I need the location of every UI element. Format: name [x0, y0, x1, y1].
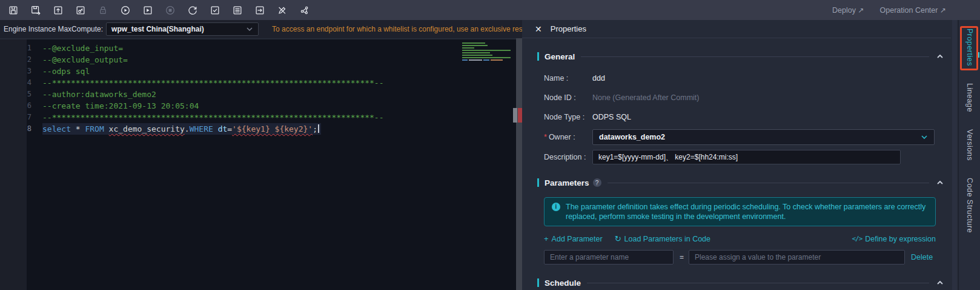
line-number: 4 — [0, 77, 35, 89]
side-tab-properties[interactable]: Properties — [965, 29, 974, 66]
minimap-line — [462, 45, 488, 46]
external-link-icon: ↗ — [858, 6, 864, 15]
operation-center-button[interactable]: Operation Center ↗ — [880, 6, 946, 15]
delete-parameter-button[interactable]: Delete — [911, 253, 933, 261]
minimap-line — [462, 50, 511, 51]
format-icon[interactable] — [232, 5, 243, 16]
section-divider-line — [608, 183, 929, 183]
line-number: 8 — [0, 123, 35, 135]
section-divider-line — [587, 283, 929, 283]
scrollbar-handle[interactable] — [513, 108, 517, 123]
node-id-value: None (Generated After Commit) — [592, 93, 699, 102]
stop-icon — [165, 5, 176, 16]
goto-icon[interactable] — [254, 5, 265, 16]
section-title: General — [545, 52, 575, 61]
field-row-node-type: Node Type : ODPS SQL — [544, 110, 945, 124]
section-accent-bar — [537, 178, 539, 187]
code-line: --author:dataworks_demo2 — [42, 89, 459, 100]
code-editor[interactable]: 12345678 --@exclude_input=--@exclude_out… — [0, 38, 516, 290]
editor-code[interactable]: --@exclude_input=--@exclude_output=--odp… — [42, 42, 459, 135]
load-parameters-button[interactable]: ↻Load Parameters in Code — [615, 234, 710, 243]
save-commit-icon[interactable] — [30, 5, 41, 16]
steal-lock-icon[interactable] — [75, 5, 86, 16]
name-label: Name : — [544, 74, 592, 83]
line-number: 7 — [0, 112, 35, 123]
description-label: Description : — [544, 153, 592, 161]
description-input[interactable] — [592, 150, 901, 164]
info-icon: i — [552, 203, 560, 211]
required-asterisk: * — [544, 133, 547, 141]
deploy-button[interactable]: Deploy ↗ — [832, 6, 864, 15]
save-icon[interactable] — [8, 5, 19, 16]
name-value: ddd — [592, 74, 605, 83]
collapse-icon[interactable] — [936, 54, 944, 59]
code-line: --odps sql — [42, 66, 459, 77]
section-header-parameters[interactable]: Parameters ? — [537, 177, 945, 189]
parameters-info-banner: i The parameter definition takes effect … — [544, 197, 936, 226]
dataworks-ide: Deploy ↗ Operation Center ↗ Engine Insta… — [0, 0, 980, 290]
side-tab-code-structure[interactable]: Code Structure — [965, 178, 974, 233]
plus-icon: + — [544, 234, 549, 243]
text-cursor — [318, 124, 319, 133]
side-tab-versions[interactable]: Versions — [965, 129, 974, 161]
editor-minimap[interactable] — [462, 41, 514, 84]
field-row-description: Description : — [544, 150, 945, 164]
submit-icon[interactable] — [53, 5, 64, 16]
engine-instance-select[interactable]: wpw_test China(Shanghai) — [106, 22, 259, 36]
general-form: Name : ddd Node ID : None (Generated Aft… — [544, 71, 945, 164]
code-line: --**************************************… — [42, 112, 459, 123]
section-accent-bar — [537, 52, 539, 61]
code-line: select * FROM xc_demo_security.WHERE dt=… — [42, 123, 321, 135]
panel-title: Properties — [551, 24, 586, 33]
engine-instance-value: wpw_test China(Shanghai) — [111, 25, 204, 33]
section-divider-line — [581, 56, 929, 57]
collapse-icon[interactable] — [936, 180, 944, 185]
side-tab-lineage[interactable]: Lineage — [965, 83, 974, 112]
minimap-line — [491, 59, 503, 61]
code-icon: </> — [852, 235, 862, 243]
edit-off-icon[interactable] — [277, 5, 288, 16]
scrollbar-track — [952, 20, 957, 290]
parameter-name-input[interactable] — [544, 250, 674, 265]
flow-icon[interactable] — [299, 5, 310, 16]
deploy-label: Deploy — [832, 6, 856, 15]
line-number: 1 — [0, 42, 35, 54]
help-icon[interactable]: ? — [593, 178, 601, 187]
line-number: 3 — [0, 66, 35, 77]
owner-value: dataworks_demo2 — [599, 133, 665, 141]
parameters-info-text: The parameter definition takes effect du… — [566, 202, 928, 221]
parameter-value-input[interactable] — [689, 250, 905, 265]
advanced-run-icon[interactable] — [142, 5, 153, 16]
code-line: --**************************************… — [42, 77, 459, 89]
collapse-icon[interactable] — [936, 280, 944, 285]
panel-scrollbar[interactable] — [951, 20, 958, 290]
minimap-line — [462, 47, 474, 49]
minimap-line — [462, 52, 490, 53]
section-header-general[interactable]: General — [537, 50, 945, 62]
node-id-label: Node ID : — [544, 93, 592, 102]
add-parameter-button[interactable]: +Add Parameter — [544, 234, 603, 243]
minimap-line — [469, 59, 482, 61]
define-by-expression-button[interactable]: </>Define by expression — [852, 235, 936, 243]
editor-gutter: 12345678 — [0, 42, 35, 135]
syntax-check-icon[interactable] — [210, 5, 220, 16]
engine-instance-label: Engine Instance MaxCompute: — [0, 25, 103, 33]
reload-icon: ↻ — [615, 234, 621, 243]
field-row-node-id: Node ID : None (Generated After Commit) — [544, 90, 945, 105]
section-header-schedule[interactable]: Schedule — [537, 277, 945, 289]
reload-icon[interactable] — [187, 5, 198, 16]
properties-panel: ✕ Properties General Name : ddd Node ID … — [522, 20, 951, 290]
minimap-line — [483, 59, 489, 61]
owner-select[interactable]: dataworks_demo2 — [592, 129, 935, 145]
minimap-line — [462, 57, 511, 58]
panel-divider[interactable] — [516, 38, 522, 290]
engine-bar: Engine Instance MaxCompute: wpw_test Chi… — [0, 20, 522, 38]
chevron-down-icon — [921, 135, 928, 140]
close-icon[interactable]: ✕ — [535, 25, 542, 33]
toolbar: Deploy ↗ Operation Center ↗ — [0, 0, 980, 20]
toolbar-icons — [0, 5, 310, 16]
section-title: Parameters — [545, 178, 589, 187]
operation-center-label: Operation Center — [880, 6, 938, 15]
properties-panel-header: ✕ Properties — [522, 20, 951, 38]
run-icon[interactable] — [120, 5, 131, 16]
